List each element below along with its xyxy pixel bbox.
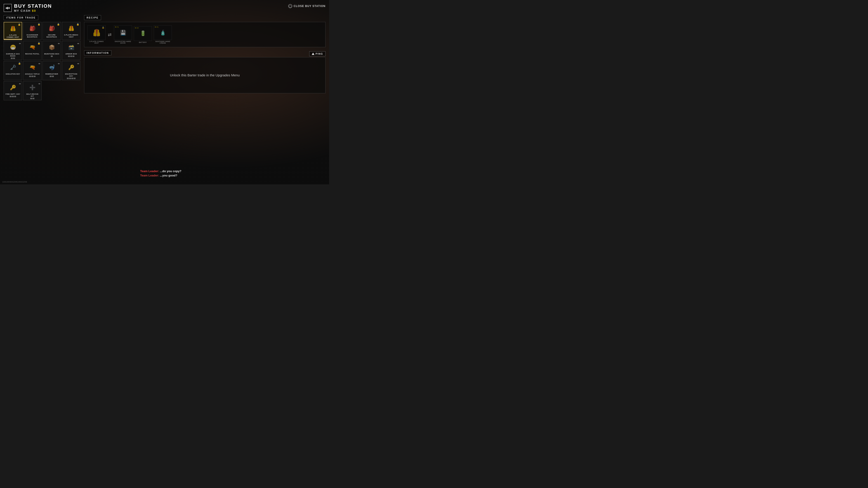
dot xyxy=(72,56,74,57)
dot xyxy=(74,78,75,79)
item-fire-dept-key[interactable]: ∞ 🔑 FIRE DEPT. KEY xyxy=(4,81,22,100)
item-secure-backpack[interactable]: 🔒 🎒 SECURE BACKPACK xyxy=(42,22,61,40)
item-name: SELF-REVIVE KIT xyxy=(25,93,40,97)
chat-message-1: ...do you copy? xyxy=(160,169,181,173)
infinity-icon: ∞ xyxy=(58,62,60,65)
item-icon-revivekit: ➕ xyxy=(27,83,37,93)
item-icon-gasmask: 😷 xyxy=(8,42,18,53)
close-label: CLOSE BUY STATION xyxy=(293,4,326,8)
item-armor-box[interactable]: ∞ 🗃️ ARMOR BOX xyxy=(62,41,81,60)
recipe-input-label: BATTERY xyxy=(139,41,147,43)
item-name: 3-PLATE MEDIC VEST xyxy=(64,34,79,38)
dot xyxy=(12,96,14,97)
recipe-input-label: ENCRYPTED HARD DRIVE xyxy=(114,41,132,44)
dot xyxy=(13,58,15,59)
header: ◀● BUY STATION MY CASH $0 ◯ CLOSE BUY ST… xyxy=(4,3,326,12)
item-name: ASSAULT RIFLE xyxy=(25,73,39,75)
item-name: REBREATHER xyxy=(45,73,58,75)
right-panel: RECIPE 🔒 🦺 3-PLATE COMMS VEST ⇄ xyxy=(84,15,326,100)
item-name: SECURE BACKPACK xyxy=(44,34,59,38)
item-dots xyxy=(50,76,54,77)
lock-icon: 🔒 xyxy=(37,42,40,44)
recipe-count: 0 / 1 xyxy=(115,26,119,28)
item-durable-gas-mask[interactable]: ∞ 😷 DURABLE GAS MASK xyxy=(4,41,22,60)
item-self-revive-kit[interactable]: ∞ ➕ SELF-REVIVE KIT xyxy=(23,81,41,100)
recipe-arrow: ⇄ xyxy=(108,32,112,37)
recipe-input-cream: 0 / 1 🧴 SOOTHING HAND CREAM xyxy=(154,25,172,44)
close-button[interactable]: ◯ CLOSE BUY STATION xyxy=(288,4,326,8)
item-name: MUNITIONS BOX xyxy=(44,53,59,55)
item-icon-armorbox: 🗃️ xyxy=(66,42,76,53)
item-skeleton-key[interactable]: 🔒 🗝️ SKELETON KEY xyxy=(4,61,22,80)
lock-icon: 🔒 xyxy=(18,62,21,65)
cash-amount: $0 xyxy=(32,9,36,12)
infinity-icon: ∞ xyxy=(77,62,79,65)
left-panel: ITEMS FOR TRADE 🔒 3-PLATE COMMS VEST 🔒 🎒… xyxy=(4,15,81,100)
infinity-icon: ∞ xyxy=(19,42,21,45)
item-name: SCAVENGER BACKPACK xyxy=(25,34,40,38)
info-box: Unlock this Barter trade in the Upgrades… xyxy=(84,57,326,93)
lock-icon: 🔒 xyxy=(18,23,21,26)
item-icon-pistol: 🔫 xyxy=(27,42,37,53)
recipe-input-battery: 0 / 2 🔋 BATTERY xyxy=(134,26,152,43)
chat-section: Team Leader: ...do you copy? Team Leader… xyxy=(140,169,182,178)
chat-speaker-2: Team Leader: xyxy=(140,174,159,177)
lock-icon: 🔒 xyxy=(57,23,60,26)
recipe-output-box: 🔒 🦺 xyxy=(88,25,105,40)
item-name: REVIVE PISTOL xyxy=(25,53,39,55)
infinity-icon: ∞ xyxy=(19,82,21,85)
cash-label: MY CASH xyxy=(14,9,31,12)
chat-message-2: ...you good? xyxy=(160,174,177,177)
dot xyxy=(71,78,73,79)
item-3-plate-medic-vest[interactable]: 🔒 3-PLATE MEDIC VEST xyxy=(62,22,81,40)
item-revive-pistol[interactable]: 🔒 🔫 REVIVE PISTOL xyxy=(23,41,41,60)
item-dots xyxy=(67,78,75,79)
item-name: 3-PLATE COMMS VEST xyxy=(5,34,20,38)
header-left: ◀● BUY STATION MY CASH $0 xyxy=(4,3,52,12)
recipe-section: RECIPE 🔒 🦺 3-PLATE COMMS VEST ⇄ xyxy=(84,15,326,47)
item-dots xyxy=(11,58,15,59)
item-dots xyxy=(68,56,74,57)
item-name: FIRE DEPT. KEY xyxy=(6,93,20,95)
session-id: 16918090420819943206 xyxy=(2,181,27,183)
item-name: DURABLE GAS MASK xyxy=(5,53,21,57)
dot xyxy=(68,56,70,57)
lock-icon: 🔒 xyxy=(76,23,79,26)
item-munitions-box[interactable]: ∞ 📦 MUNITIONS BOX xyxy=(42,41,61,60)
item-name: ARMOR BOX xyxy=(65,53,77,55)
info-message: Unlock this Barter trade in the Upgrades… xyxy=(170,73,240,78)
recipe-input-icon: 🧴 xyxy=(160,30,166,36)
item-assault-rifle[interactable]: ∞ 🔫 ASSAULT RIFLE xyxy=(23,61,41,80)
recipe-section-header: RECIPE xyxy=(84,15,101,20)
lock-icon: 🔒 xyxy=(37,23,40,26)
item-encryption-key[interactable]: ∞ 🔑 ENCRYPTION KEY xyxy=(62,61,81,80)
back-button[interactable]: ◀● xyxy=(4,4,12,12)
dot xyxy=(34,76,35,77)
item-icon-backpack: 🎒 xyxy=(27,24,37,33)
ping-button[interactable]: PING xyxy=(309,51,326,56)
item-dots xyxy=(29,76,35,77)
chat-line-2: Team Leader: ...you good? xyxy=(140,174,182,177)
item-3-plate-comms-vest[interactable]: 🔒 3-PLATE COMMS VEST xyxy=(4,22,22,40)
item-name: ENCRYPTION KEY xyxy=(64,73,79,77)
chat-speaker-1: Team Leader: xyxy=(140,169,159,173)
recipe-input-label: SOOTHING HAND CREAM xyxy=(154,41,172,44)
item-icon-key: 🗝️ xyxy=(8,63,18,72)
item-icon-firedeptkey: 🔑 xyxy=(8,83,18,93)
back-icon: ◀● xyxy=(5,6,10,10)
items-grid: 🔒 3-PLATE COMMS VEST 🔒 🎒 SCAVENGER BACKP… xyxy=(4,22,81,100)
recipe-input-box: 0 / 2 🔋 xyxy=(134,26,152,41)
dot xyxy=(31,76,33,77)
info-section: INFORMATION PING Unlock this Barter trad… xyxy=(84,51,326,93)
item-scavenger-backpack[interactable]: 🔒 🎒 SCAVENGER BACKPACK xyxy=(23,22,41,40)
item-icon-ar: 🔫 xyxy=(27,63,37,72)
item-rebreather[interactable]: ∞ 🤿 REBREATHER xyxy=(42,61,61,80)
infinity-icon: ∞ xyxy=(38,82,40,85)
ping-label: PING xyxy=(315,53,323,55)
recipe-input-icon: 🔋 xyxy=(140,31,146,36)
item-dots xyxy=(30,98,34,99)
dot xyxy=(67,78,69,79)
recipe-output-item: 🔒 🦺 3-PLATE COMMS VEST xyxy=(88,25,105,44)
recipe-count: 0 / 2 xyxy=(135,27,138,29)
items-section-header: ITEMS FOR TRADE xyxy=(4,15,38,20)
